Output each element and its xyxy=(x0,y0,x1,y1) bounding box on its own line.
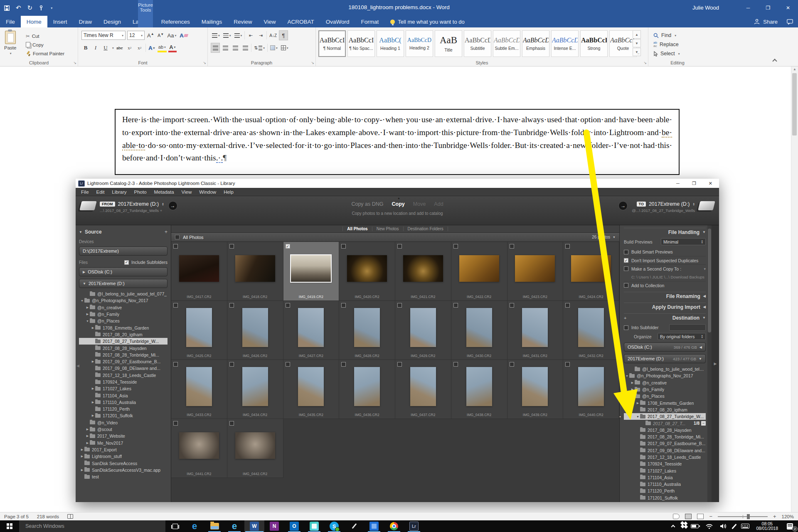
taskbar-app-outlook[interactable]: O xyxy=(284,520,304,532)
photo-checkbox[interactable] xyxy=(510,303,514,308)
taskbar-app-photos[interactable] xyxy=(364,520,384,532)
destination-header[interactable]: +Destination▼ xyxy=(624,313,706,322)
tab-ovaword[interactable]: OvaWord xyxy=(320,16,355,27)
dropbox-tray-icon[interactable] xyxy=(678,520,687,532)
wifi-icon[interactable] xyxy=(702,520,717,532)
style-heading-1[interactable]: AaBbC(Heading 1 xyxy=(377,30,404,57)
organize-select[interactable]: By original folders▲▼ xyxy=(658,333,706,340)
to-device-spinner-icon[interactable]: ▲▼ xyxy=(693,202,695,206)
photo-checkbox[interactable] xyxy=(173,303,178,308)
tray-overflow-button[interactable] xyxy=(668,520,678,532)
strikethrough-button[interactable]: abc xyxy=(116,43,124,52)
folder-row[interactable]: ▶2017_Export xyxy=(79,446,167,453)
styles-dialog-launcher[interactable]: ↘ xyxy=(643,61,647,65)
folder-row[interactable]: ▶Lightroom_stuff xyxy=(79,453,167,460)
styles-more-icon[interactable]: ▼̲ xyxy=(633,48,641,56)
numbered-list-button[interactable]: ▾ xyxy=(222,31,232,40)
start-button[interactable] xyxy=(0,520,19,532)
select-all-checkbox[interactable] xyxy=(175,235,180,239)
taskbar-clock[interactable]: 08:05 08/01/2018 xyxy=(753,522,781,531)
taskbar-app-ie[interactable]: e xyxy=(224,520,244,532)
tree-arrow-icon[interactable]: ▼ xyxy=(625,374,629,377)
lightroom-titlebar[interactable]: Lr Lightroom Catalog-2-3 - Adobe Photosh… xyxy=(76,179,719,188)
section-collapsed-icon[interactable]: ◀ xyxy=(703,305,706,309)
menu-library[interactable]: Library xyxy=(108,190,130,195)
battery-icon[interactable] xyxy=(687,520,702,532)
photo-checkbox[interactable] xyxy=(565,362,570,367)
photo-cell[interactable]: IMG_0418.CR2 xyxy=(227,242,283,301)
tree-arrow-icon[interactable]: ▶ xyxy=(635,401,640,405)
folder-row[interactable]: 2017_08_27_Tunbridge_W... xyxy=(79,338,167,345)
find-button[interactable]: Find▾ xyxy=(653,31,680,40)
folder-row[interactable]: ▶171201_Suffolk xyxy=(79,412,167,419)
photo-checkbox[interactable] xyxy=(397,244,402,249)
photo-checkbox[interactable] xyxy=(397,362,402,367)
photo-cell[interactable]: IMG_0432.CR2 xyxy=(563,301,619,360)
paste-dropdown-icon[interactable]: ▾ xyxy=(10,52,12,55)
device-button[interactable]: D:\(2017Extreme) xyxy=(79,246,167,256)
tree-arrow-icon[interactable]: ▶ xyxy=(85,306,90,309)
photo-checkbox[interactable] xyxy=(229,244,234,249)
bold-button[interactable]: B xyxy=(81,43,90,52)
folder-row[interactable]: ▼@n_Photographs_Nov_2017 xyxy=(624,372,706,379)
page-indicator[interactable]: Page 3 of 5 xyxy=(4,514,29,519)
font-dialog-launcher[interactable]: ↘ xyxy=(203,61,206,65)
clipboard-dialog-launcher[interactable]: ↘ xyxy=(73,61,76,65)
lr-maximize-button[interactable]: ❐ xyxy=(692,181,696,186)
zoom-slider[interactable] xyxy=(718,516,768,517)
photo-checkbox[interactable] xyxy=(173,362,178,367)
tab-acrobat[interactable]: ACROBAT xyxy=(282,16,320,27)
select-button[interactable]: Select▾ xyxy=(653,49,680,58)
grid-sort-icon[interactable]: ▼ xyxy=(613,236,616,239)
photo-checkbox[interactable] xyxy=(173,244,178,249)
photo-cell[interactable]: IMG_0433.CR2 xyxy=(171,360,227,419)
folder-row[interactable]: 171104_Asia xyxy=(624,474,706,481)
align-right-button[interactable] xyxy=(231,43,239,52)
tab-design[interactable]: Design xyxy=(98,16,127,27)
style-title[interactable]: AaBTitle xyxy=(435,30,462,57)
task-view-button[interactable] xyxy=(165,520,185,532)
pen-icon[interactable] xyxy=(730,520,738,532)
photo-checkbox[interactable] xyxy=(397,303,402,308)
superscript-button[interactable]: x2 xyxy=(135,43,144,52)
option-checkbox[interactable] xyxy=(624,250,628,254)
underline-button[interactable]: U xyxy=(101,43,110,52)
scrollbar-thumb[interactable] xyxy=(708,229,711,332)
tree-arrow-icon[interactable]: ▼ xyxy=(80,299,84,302)
import-method-copy-as-dng[interactable]: Copy as DNG xyxy=(351,201,383,207)
import-option[interactable]: Add to Collection xyxy=(624,281,706,289)
multilevel-list-button[interactable]: ▾ xyxy=(234,31,243,40)
taskbar-app-explorer[interactable] xyxy=(204,520,224,532)
paste-button[interactable]: Paste ▾ xyxy=(4,31,16,55)
tree-arrow-icon[interactable]: ▶ xyxy=(91,387,95,390)
folder-row[interactable]: ▶2017_09_07_Eastbourne_B... xyxy=(79,358,167,365)
copy-button[interactable]: Copy xyxy=(26,40,64,49)
tab-mailings[interactable]: Mailings xyxy=(196,16,228,27)
subfolder-name-input[interactable] xyxy=(669,324,706,331)
import-option[interactable]: Make a Second Copy To :▾ xyxy=(624,264,706,273)
folder-row[interactable]: ▶2017_Website xyxy=(79,433,167,439)
undo-icon[interactable]: ↶ xyxy=(16,4,21,12)
photo-checkbox[interactable] xyxy=(565,244,570,249)
tree-arrow-icon[interactable]: ▶ xyxy=(91,401,95,404)
folder-row[interactable]: test xyxy=(79,473,167,480)
photo-checkbox[interactable] xyxy=(341,244,346,249)
photo-checkbox[interactable] xyxy=(341,303,346,308)
align-left-button[interactable] xyxy=(211,43,219,52)
add-destination-icon[interactable]: + xyxy=(624,315,626,320)
folder-row[interactable]: 2017_09_08_DElaware and... xyxy=(79,365,167,372)
minimize-button[interactable]: ─ xyxy=(738,0,758,16)
folder-row[interactable]: ▶171027_Lakes xyxy=(79,385,167,392)
tree-arrow-icon[interactable]: ▼ xyxy=(635,415,640,418)
zoom-slider-thumb[interactable] xyxy=(747,514,750,519)
photo-cell[interactable]: IMG_0425.CR2 xyxy=(171,301,227,360)
view-tab-destination-folders[interactable]: Destination Folders xyxy=(404,227,448,231)
section-expand-icon[interactable]: ▼ xyxy=(702,230,706,234)
menu-view[interactable]: View xyxy=(178,190,196,195)
align-center-button[interactable] xyxy=(221,43,229,52)
taskbar-app-onenote[interactable]: N xyxy=(264,520,284,532)
share-person-icon[interactable] xyxy=(754,19,760,25)
tab-review[interactable]: Review xyxy=(228,16,258,27)
word-count[interactable]: 218 words xyxy=(37,514,59,519)
folder-row[interactable]: @I_belong_to_julie_wood_tel_077_ xyxy=(79,291,167,297)
